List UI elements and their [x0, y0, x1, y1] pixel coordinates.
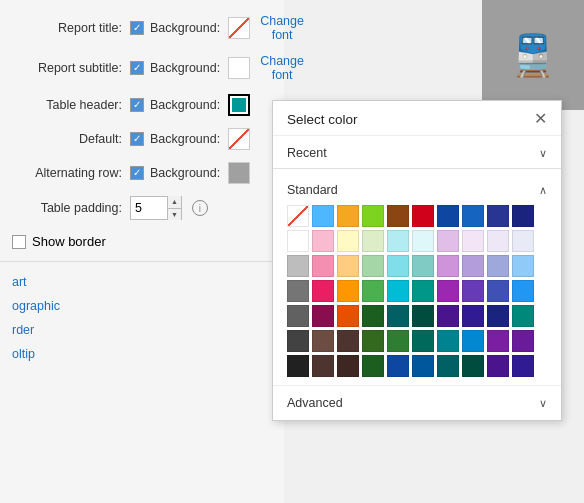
report-title-change-font-button[interactable]: Change font	[260, 14, 304, 42]
color-swatch-6-8[interactable]	[487, 355, 509, 377]
report-subtitle-bg-label: Background:	[150, 61, 220, 75]
color-swatch-6-1[interactable]	[312, 355, 334, 377]
color-swatch-5-8[interactable]	[487, 330, 509, 352]
color-swatch-6-6[interactable]	[437, 355, 459, 377]
color-swatch-3-2[interactable]	[337, 280, 359, 302]
color-swatch-3-6[interactable]	[437, 280, 459, 302]
report-title-bg-checkbox[interactable]: ✓	[130, 21, 144, 35]
color-swatch-5-3[interactable]	[362, 330, 384, 352]
color-swatch-4-8[interactable]	[487, 305, 509, 327]
info-icon[interactable]: i	[192, 200, 208, 216]
color-swatch-0-7[interactable]	[462, 205, 484, 227]
alternating-bg-checkbox[interactable]: ✓	[130, 166, 144, 180]
color-swatch-2-3[interactable]	[362, 255, 384, 277]
color-swatch-6-4[interactable]	[387, 355, 409, 377]
nav-item-oltip[interactable]: oltip	[12, 342, 272, 366]
color-swatch-1-1[interactable]	[312, 230, 334, 252]
color-swatch-6-2[interactable]	[337, 355, 359, 377]
color-swatch-5-1[interactable]	[312, 330, 334, 352]
color-swatch-6-7[interactable]	[462, 355, 484, 377]
default-row: Default: ✓ Background:	[0, 122, 284, 156]
color-swatch-4-0[interactable]	[287, 305, 309, 327]
color-swatch-3-3[interactable]	[362, 280, 384, 302]
color-swatch-3-0[interactable]	[287, 280, 309, 302]
spin-up-button[interactable]: ▲	[168, 196, 181, 209]
color-swatch-5-4[interactable]	[387, 330, 409, 352]
color-swatch-2-7[interactable]	[462, 255, 484, 277]
color-swatch-0-6[interactable]	[437, 205, 459, 227]
color-swatch-6-9[interactable]	[512, 355, 534, 377]
color-swatch-5-7[interactable]	[462, 330, 484, 352]
color-swatch-2-4[interactable]	[387, 255, 409, 277]
report-subtitle-row: Report subtitle: ✓ Background: Change fo…	[0, 48, 284, 88]
report-subtitle-change-font-button[interactable]: Change font	[260, 54, 304, 82]
nav-item-ographic[interactable]: ographic	[12, 294, 272, 318]
report-subtitle-bg-checkbox[interactable]: ✓	[130, 61, 144, 75]
color-swatch-0-0[interactable]	[287, 205, 309, 227]
color-swatch-0-8[interactable]	[487, 205, 509, 227]
color-swatch-4-6[interactable]	[437, 305, 459, 327]
color-swatch-1-8[interactable]	[487, 230, 509, 252]
recent-section-header[interactable]: Recent ∨	[287, 142, 547, 164]
color-swatch-0-4[interactable]	[387, 205, 409, 227]
color-swatch-2-1[interactable]	[312, 255, 334, 277]
default-bg-checkbox[interactable]: ✓	[130, 132, 144, 146]
color-swatch-0-3[interactable]	[362, 205, 384, 227]
color-swatch-1-2[interactable]	[337, 230, 359, 252]
report-subtitle-color-swatch[interactable]	[228, 57, 250, 79]
color-swatch-1-3[interactable]	[362, 230, 384, 252]
color-swatch-1-0[interactable]	[287, 230, 309, 252]
color-swatch-3-9[interactable]	[512, 280, 534, 302]
color-swatch-6-0[interactable]	[287, 355, 309, 377]
color-swatch-1-7[interactable]	[462, 230, 484, 252]
color-swatch-0-1[interactable]	[312, 205, 334, 227]
show-border-checkbox[interactable]	[12, 235, 26, 249]
color-swatch-1-6[interactable]	[437, 230, 459, 252]
color-swatch-5-5[interactable]	[412, 330, 434, 352]
padding-input[interactable]	[131, 197, 167, 219]
color-swatch-1-5[interactable]	[412, 230, 434, 252]
table-header-bg-checkbox[interactable]: ✓	[130, 98, 144, 112]
color-swatch-5-6[interactable]	[437, 330, 459, 352]
color-swatch-4-4[interactable]	[387, 305, 409, 327]
default-color-swatch[interactable]	[228, 128, 250, 150]
color-swatch-6-5[interactable]	[412, 355, 434, 377]
color-swatch-4-9[interactable]	[512, 305, 534, 327]
color-swatch-2-5[interactable]	[412, 255, 434, 277]
color-swatch-4-5[interactable]	[412, 305, 434, 327]
color-swatch-2-2[interactable]	[337, 255, 359, 277]
nav-item-art[interactable]: art	[12, 270, 272, 294]
color-swatch-2-8[interactable]	[487, 255, 509, 277]
color-swatch-4-7[interactable]	[462, 305, 484, 327]
table-header-color-swatch[interactable]	[228, 94, 250, 116]
recent-section: Recent ∨	[273, 136, 561, 166]
color-swatch-3-1[interactable]	[312, 280, 334, 302]
nav-item-rder[interactable]: rder	[12, 318, 272, 342]
color-swatch-4-3[interactable]	[362, 305, 384, 327]
spin-down-button[interactable]: ▼	[168, 209, 181, 221]
standard-section-header[interactable]: Standard ∧	[287, 179, 547, 201]
color-swatch-6-3[interactable]	[362, 355, 384, 377]
color-swatch-1-4[interactable]	[387, 230, 409, 252]
color-swatch-5-0[interactable]	[287, 330, 309, 352]
color-swatch-4-1[interactable]	[312, 305, 334, 327]
color-swatch-5-2[interactable]	[337, 330, 359, 352]
picker-close-button[interactable]: ✕	[534, 111, 547, 127]
report-title-color-swatch[interactable]	[228, 17, 250, 39]
alternating-color-swatch[interactable]	[228, 162, 250, 184]
color-swatch-0-9[interactable]	[512, 205, 534, 227]
color-swatch-4-2[interactable]	[337, 305, 359, 327]
color-swatch-5-9[interactable]	[512, 330, 534, 352]
color-swatch-0-2[interactable]	[337, 205, 359, 227]
color-swatch-2-0[interactable]	[287, 255, 309, 277]
color-swatch-3-4[interactable]	[387, 280, 409, 302]
table-header-label: Table header:	[12, 98, 122, 112]
color-swatch-2-9[interactable]	[512, 255, 534, 277]
color-swatch-2-6[interactable]	[437, 255, 459, 277]
color-swatch-3-8[interactable]	[487, 280, 509, 302]
advanced-section-header[interactable]: Advanced ∨	[287, 392, 547, 414]
color-swatch-3-5[interactable]	[412, 280, 434, 302]
color-swatch-3-7[interactable]	[462, 280, 484, 302]
color-swatch-0-5[interactable]	[412, 205, 434, 227]
color-swatch-1-9[interactable]	[512, 230, 534, 252]
